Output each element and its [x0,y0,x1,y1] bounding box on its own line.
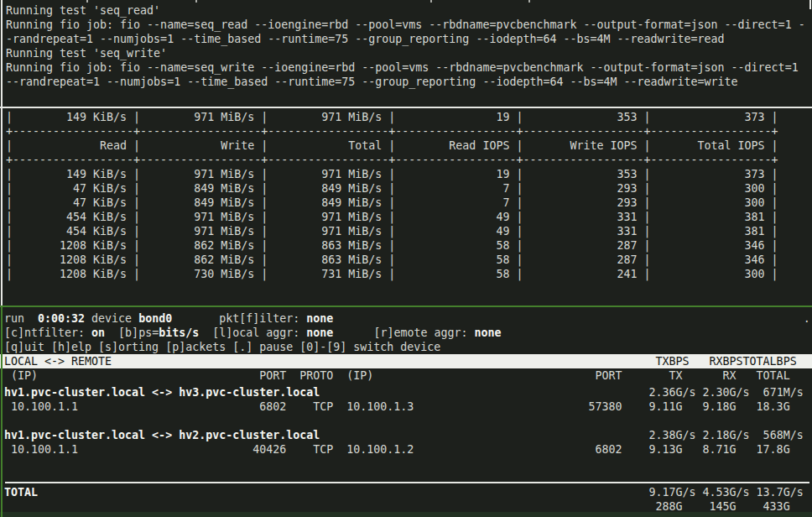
fio-output-pane: Running test 'seq_read' Running fio job:… [6,3,812,89]
blank-line [4,414,812,428]
text-segment: 9.17G/s 4.53G/s 13.7G/s [38,486,804,499]
jnettop-run-status-line: run 0:00:32 device bond0 pkt[f]ilter: no… [4,311,812,326]
benchmark-table-line: +------------------+------------------+-… [6,153,812,167]
highlighted-value: none [306,326,333,339]
benchmark-table-line: | 149 KiB/s | 971 MiB/s | 971 MiB/s | 19… [6,167,812,181]
fio-log-line: --randrepeat=1 --numjobs=1 --time_based … [6,75,812,89]
jnettop-column-header-2: (IP) PORT PROTO (IP) PORT TX RX TOTAL [4,368,812,383]
text-segment: . [333,312,809,325]
text-segment [105,326,118,339]
benchmark-table-line: | 47 KiB/s | 849 MiB/s | 849 MiB/s | 7 |… [6,196,812,210]
pane-border-left-white [1,0,3,306]
benchmark-table-line: | 149 KiB/s | 971 MiB/s | 971 MiB/s | 19… [6,110,812,124]
text-segment: 2.38G/s 2.18G/s 568M/s [320,429,803,441]
text-segment: 2.36G/s 2.30G/s 671M/s [320,386,803,399]
clipped-text-remnant [195,0,197,3]
benchmark-table-line: | 454 KiB/s | 971 MiB/s | 971 MiB/s | 49… [6,210,812,224]
fio-log-line: Running fio job: fio --name=seq_write --… [6,60,812,75]
text-segment [85,312,91,325]
text-segment: pkt[f]ilter: [219,312,306,325]
benchmark-table-line: | 1208 KiB/s | 730 MiB/s | 731 MiB/s | 5… [6,267,812,281]
benchmark-table-line: | 47 KiB/s | 849 MiB/s | 849 MiB/s | 7 |… [6,181,812,196]
jnettop-total-line: TOTAL 9.17G/s 4.53G/s 13.7G/s [4,485,812,499]
benchmark-table-line: +------------------+------------------+-… [6,124,812,138]
fio-log-line: Running test 'seq_read' [6,3,812,18]
connection-hosts-line: hv1.pvc-cluster.local <-> hv2.pvc-cluste… [4,428,812,442]
connection-detail-line: 10.100.1.1 40426 TCP 10.100.1.2 6802 9.1… [4,442,812,457]
highlighted-value: none [306,312,333,325]
benchmark-table-line: | Read | Write | Total | Read IOPS | Wri… [6,138,812,153]
text-segment [172,312,219,325]
fio-log-line: Running fio job: fio --name=seq_read --i… [6,18,812,32]
clipped-text-remnant [430,0,432,3]
total-separator-line [5,482,809,483]
highlighted-value: TOTAL [4,486,38,499]
active-pane-border-left-green [1,306,3,517]
clipped-text-remnant [86,0,88,3]
text-segment: [b]ps= [118,326,159,339]
jnettop-filter-status-line: [c]ntfilter: on [b]ps=bits/s [l]ocal agg… [4,326,812,340]
jnettop-menu-line: [q]uit [h]elp [s]orting [p]ackets [.] pa… [4,340,812,354]
active-pane-divider-horizontal [0,306,812,307]
benchmark-table-pane: | 149 KiB/s | 971 MiB/s | 971 MiB/s | 19… [6,110,812,281]
benchmark-table-line: | 1208 KiB/s | 862 MiB/s | 863 MiB/s | 5… [6,238,812,253]
pane-divider-horizontal [0,107,812,108]
text-segment: device [91,312,138,325]
text-segment: [c]ntfilter: [4,326,91,339]
blank-line [4,457,812,471]
text-segment: [l]ocal aggr: [212,326,306,339]
text-segment: [r]emote aggr: [373,326,474,339]
terminal-window[interactable]: Running test 'seq_read' Running fio job:… [0,0,812,517]
benchmark-table-line: | 454 KiB/s | 971 MiB/s | 971 MiB/s | 49… [6,224,812,238]
fio-log-line: Running test 'seq_write' [6,46,812,60]
highlighted-value: 0:00:32 [38,312,85,325]
bottom-border-strip [0,512,812,517]
connection-hosts-line: hv1.pvc-cluster.local <-> hv3.pvc-cluste… [4,385,812,400]
jnettop-column-header-1: LOCAL <-> REMOTE TXBPS RXBPSTOTALBPS [0,354,812,368]
fio-log-line: -randrepeat=1 --numjobs=1 --time_based -… [6,32,812,46]
highlighted-value: hv1.pvc-cluster.local <-> hv2.pvc-cluste… [4,429,320,441]
highlighted-value: bits/s [159,326,199,339]
text-segment [333,326,373,339]
text-segment: run [4,312,38,325]
clipped-text-remnant [528,0,530,3]
benchmark-table-line: | 1208 KiB/s | 862 MiB/s | 863 MiB/s | 5… [6,253,812,267]
highlighted-value: on [91,326,105,339]
highlighted-value: hv1.pvc-cluster.local <-> hv3.pvc-cluste… [4,386,320,399]
text-segment: [q]uit [h]elp [s]orting [p]ackets [.] pa… [4,341,440,353]
connection-detail-line: 10.100.1.1 6802 TCP 10.100.1.3 57380 9.1… [4,400,812,414]
highlighted-value: none [474,326,501,339]
highlighted-value: bond0 [138,312,172,325]
text-segment [199,326,212,339]
